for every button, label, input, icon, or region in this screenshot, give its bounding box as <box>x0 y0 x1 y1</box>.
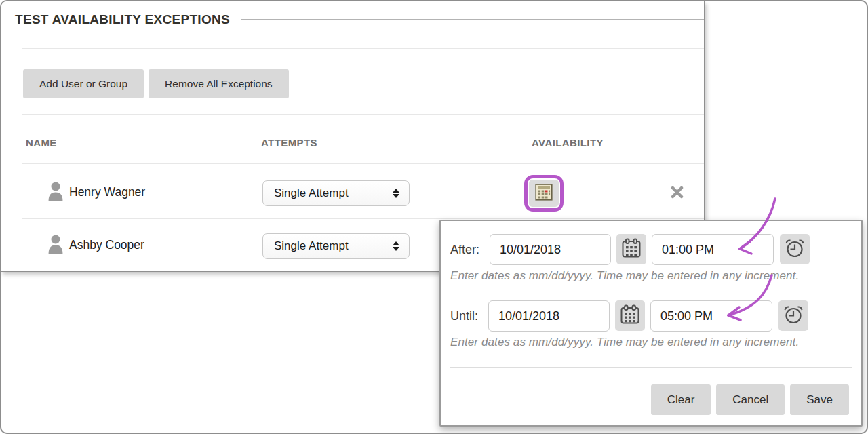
date-format-helper-text: Enter dates as mm/dd/yyyy. Time may be e… <box>450 269 799 283</box>
save-button[interactable]: Save <box>790 384 849 415</box>
clock-icon <box>785 238 805 260</box>
until-label: Until: <box>450 300 478 332</box>
page-title: TEST AVAILABILITY EXCEPTIONS <box>15 12 230 27</box>
remove-all-exceptions-button[interactable]: Remove All Exceptions <box>149 69 289 98</box>
availability-calendar-button[interactable] <box>529 180 559 207</box>
column-header-availability: AVAILABILITY <box>532 137 604 149</box>
toolbar: Add User or Group Remove All Exceptions <box>23 69 289 98</box>
table-top-divider <box>22 114 704 115</box>
attempts-select-value: Single Attempt <box>274 186 349 200</box>
row-name: Henry Wagner <box>69 185 145 199</box>
until-date-calendar-button[interactable] <box>615 300 645 331</box>
availability-calendar-icon <box>535 183 553 203</box>
screenshot-frame: TEST AVAILABILITY EXCEPTIONS Add User or… <box>0 0 868 434</box>
column-header-name: NAME <box>26 137 57 149</box>
attempts-select[interactable]: Single Attempt <box>262 180 410 206</box>
title-row: TEST AVAILABILITY EXCEPTIONS <box>15 12 704 27</box>
attempts-select-value: Single Attempt <box>274 239 349 253</box>
title-rule-divider <box>241 19 704 20</box>
until-time-input[interactable] <box>650 300 772 332</box>
user-silhouette-icon <box>47 181 64 204</box>
remove-x-icon[interactable] <box>671 186 684 201</box>
add-user-or-group-button[interactable]: Add User or Group <box>23 69 144 98</box>
user-silhouette-icon <box>47 234 64 257</box>
attempts-select[interactable]: Single Attempt <box>262 233 410 259</box>
row-divider <box>22 218 704 219</box>
calendar-icon <box>621 238 642 260</box>
after-date-input[interactable] <box>490 234 611 265</box>
calendar-icon <box>620 304 640 327</box>
row-name: Ashby Cooper <box>69 238 144 252</box>
popup-footer: Clear Cancel Save <box>651 384 849 415</box>
after-time-clock-button[interactable] <box>780 234 810 264</box>
availability-highlight-ring <box>524 175 564 212</box>
popup-footer-divider <box>450 367 852 368</box>
select-updown-icon <box>393 241 399 251</box>
section-divider <box>22 48 704 49</box>
after-date-calendar-button[interactable] <box>616 234 646 264</box>
until-date-input[interactable] <box>488 300 610 332</box>
clear-button[interactable]: Clear <box>651 384 711 415</box>
until-time-clock-button[interactable] <box>778 300 808 331</box>
select-updown-icon <box>393 189 399 198</box>
after-time-input[interactable] <box>652 234 774 265</box>
cancel-button[interactable]: Cancel <box>716 384 785 415</box>
column-header-attempts: ATTEMPTS <box>261 137 317 149</box>
date-format-helper-text: Enter dates as mm/dd/yyyy. Time may be e… <box>450 336 799 349</box>
header-underline-divider <box>22 163 704 164</box>
availability-date-picker-popup: After: <box>439 220 863 427</box>
after-label: After: <box>450 234 479 265</box>
clock-icon <box>783 304 804 327</box>
